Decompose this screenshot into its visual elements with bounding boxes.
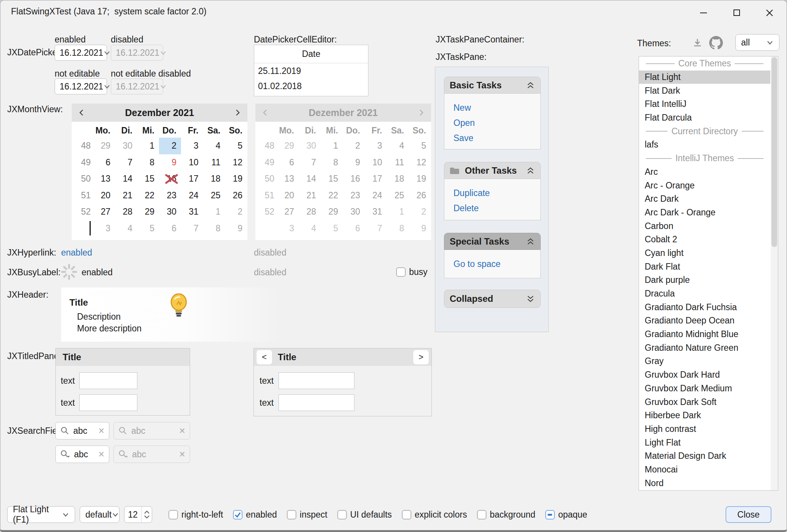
expand-chevron-icon[interactable] — [526, 295, 535, 303]
text-field[interactable] — [79, 394, 137, 411]
table-row[interactable]: 25.11.2019 — [254, 63, 368, 78]
text-field[interactable] — [79, 372, 137, 389]
theme-list-item[interactable]: Flat Light — [639, 71, 770, 84]
calendar-day[interactable]: 1 — [203, 204, 225, 220]
checkbox-box[interactable] — [477, 510, 486, 519]
checkbox-explicit-colors[interactable]: explicit colors — [402, 510, 467, 520]
checkbox-background[interactable]: background — [477, 510, 535, 520]
text-field[interactable] — [279, 394, 354, 411]
theme-list-item[interactable]: Gradianto Dark Fuchsia — [639, 300, 770, 314]
calendar-day[interactable]: 4 — [115, 220, 137, 237]
text-field[interactable] — [279, 372, 354, 389]
taskpane-header[interactable]: Basic Tasks — [444, 77, 541, 94]
calendar-day[interactable]: 29 — [137, 204, 159, 220]
calendar-day[interactable]: 15 — [137, 171, 159, 187]
clear-icon[interactable]: × — [98, 426, 104, 436]
task-link[interactable]: Duplicate — [453, 188, 540, 198]
taskpane-header[interactable]: Collapsed — [444, 290, 541, 308]
calendar-day[interactable]: 7 — [115, 154, 137, 171]
calendar-day[interactable]: 17 — [181, 171, 203, 187]
themes-filter-combo[interactable]: all — [735, 34, 779, 51]
theme-list-item[interactable]: Gruvbox Dark Medium — [639, 382, 770, 395]
table-row[interactable]: 01.02.2018 — [254, 78, 368, 94]
minimize-button[interactable] — [698, 7, 709, 19]
themes-list-scrollbar[interactable] — [771, 56, 778, 490]
theme-list-item[interactable]: Arc - Orange — [639, 179, 770, 192]
themes-list[interactable]: Core ThemesFlat LightFlat DarkFlat Intel… — [639, 56, 778, 491]
calendar-prev-button[interactable] — [72, 104, 91, 122]
theme-list-item[interactable]: Cyan light — [639, 246, 770, 260]
checkbox-box[interactable] — [287, 510, 296, 519]
theme-list-item[interactable]: Arc Dark - Orange — [639, 206, 770, 220]
calendar-day[interactable]: 11 — [203, 154, 225, 171]
calendar-day[interactable]: 6 — [159, 220, 181, 237]
calendar-day[interactable]: 10 — [181, 154, 203, 171]
checkbox-enabled[interactable]: enabled — [233, 510, 277, 520]
theme-list-item[interactable]: Arc Dark — [639, 192, 770, 206]
theme-list-item[interactable]: Cobalt 2 — [639, 233, 770, 246]
theme-list-item[interactable]: Monocai — [639, 463, 770, 477]
clear-icon[interactable]: × — [98, 449, 104, 460]
checkbox-box[interactable] — [337, 510, 347, 519]
datepicker-not-editable[interactable]: 16.12.2021 — [55, 78, 107, 94]
next-button[interactable]: > — [413, 350, 429, 365]
theme-list-item[interactable]: Flat Dark — [639, 84, 770, 97]
taskpane-header[interactable]: Other Tasks — [444, 162, 541, 179]
calendar-day[interactable]: 30 — [159, 204, 181, 220]
calendar-day[interactable]: 30 — [115, 138, 137, 154]
calendar-day[interactable]: 8 — [203, 220, 225, 237]
calendar-next-button[interactable] — [228, 104, 247, 122]
stepper-buttons[interactable] — [141, 507, 152, 523]
calendar-day[interactable]: 18 — [203, 171, 225, 187]
table-column-header[interactable]: Date — [254, 45, 368, 63]
checkbox-right-to-left[interactable]: right-to-left — [168, 510, 223, 520]
calendar-day[interactable]: 21 — [115, 187, 137, 204]
checkbox-box[interactable] — [168, 510, 178, 519]
theme-list-item[interactable]: Light Flat — [639, 436, 770, 449]
calendar-day[interactable]: 25 — [203, 187, 225, 204]
theme-list-item[interactable]: Dracula — [639, 287, 770, 301]
checkbox-box[interactable] — [233, 510, 242, 519]
theme-list-item[interactable]: Nord — [639, 476, 770, 490]
hyperlink-enabled[interactable]: enabled — [61, 248, 92, 258]
calendar-day[interactable]: 3 — [93, 220, 115, 237]
calendar-day[interactable]: 7 — [181, 220, 203, 237]
task-link[interactable]: Save — [453, 133, 540, 143]
task-link[interactable]: Open — [453, 118, 540, 128]
search-field-dropdown-enabled[interactable]: abc × — [55, 446, 109, 463]
theme-list-item[interactable]: Gray — [639, 355, 770, 368]
lookandfeel-combo[interactable]: Flat Light (F1) — [7, 506, 75, 523]
theme-list-item[interactable]: High contrast — [639, 422, 770, 436]
maximize-button[interactable] — [731, 7, 743, 19]
calendar-day[interactable]: 27 — [93, 204, 115, 220]
calendar-day[interactable]: 8 — [137, 154, 159, 171]
calendar-day[interactable]: 31 — [181, 204, 203, 220]
collapse-chevron-icon[interactable] — [526, 166, 535, 175]
calendar-day[interactable]: 9 — [159, 154, 181, 171]
chevron-down-icon[interactable] — [103, 79, 111, 94]
checkbox-inspect[interactable]: inspect — [287, 510, 327, 520]
theme-list-item[interactable]: lafs — [639, 138, 770, 152]
taskpane-header[interactable]: Special Tasks — [444, 233, 541, 250]
calendar-day[interactable]: 20 — [93, 187, 115, 204]
task-link[interactable]: New — [453, 103, 540, 113]
theme-list-item[interactable]: Dark purple — [639, 273, 770, 287]
checkbox-UI-defaults[interactable]: UI defaults — [337, 510, 392, 520]
theme-list-item[interactable]: Gradianto Deep Ocean — [639, 314, 770, 328]
font-combo[interactable]: default — [80, 506, 120, 523]
theme-list-item[interactable]: Flat Darcula — [639, 111, 770, 125]
collapse-chevron-icon[interactable] — [526, 237, 535, 246]
calendar-day[interactable]: 4 — [203, 138, 225, 154]
calendar-day[interactable]: 1 — [137, 138, 159, 154]
calendar-day[interactable]: 9 — [225, 220, 247, 237]
search-input[interactable]: abc — [74, 449, 98, 460]
calendar-day[interactable]: 5 — [137, 220, 159, 237]
calendar-day[interactable]: 24 — [181, 187, 203, 204]
busy-checkbox-group[interactable]: busy — [396, 267, 428, 277]
calendar-day[interactable]: 13 — [93, 171, 115, 187]
close-window-button[interactable] — [764, 7, 775, 19]
search-input[interactable]: abc — [73, 426, 98, 436]
calendar-day[interactable]: 28 — [115, 204, 137, 220]
theme-list-item[interactable]: Arc — [639, 165, 770, 179]
calendar-day[interactable]: 23 — [159, 187, 181, 204]
